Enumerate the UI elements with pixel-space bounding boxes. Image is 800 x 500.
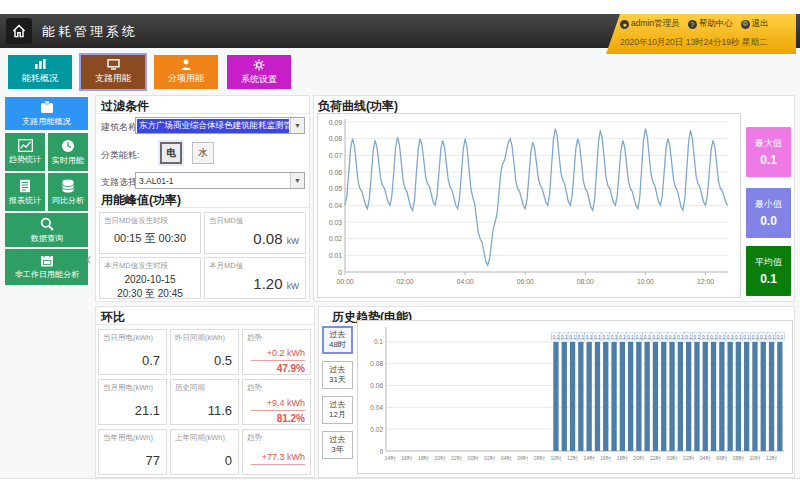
logout-link[interactable]: ⦾退出 — [741, 18, 769, 30]
person-icon — [180, 59, 192, 70]
sidebar-item-trend-stats[interactable]: 趋势统计 — [5, 133, 45, 171]
svg-text:0.1: 0.1 — [594, 335, 601, 340]
chart-grid-icon — [34, 59, 47, 70]
stat-card: 历史同期11.6 — [170, 379, 239, 425]
clipboard-icon — [39, 101, 55, 114]
sidebar-item-branch-overview[interactable]: 支路用能概况 — [5, 97, 88, 130]
svg-text:0.1: 0.1 — [644, 335, 651, 340]
range-button-3y[interactable]: 过去3年 — [322, 431, 353, 459]
user-area: ●admin管理员 ?帮助中心 ⦾退出 2020年10月20日 13时24分19… — [606, 14, 796, 54]
svg-text:0.1: 0.1 — [760, 335, 767, 340]
branch-select-value: 3.AL01-1 — [136, 175, 290, 187]
category-option-water[interactable]: 水 — [192, 142, 214, 164]
sidebar-collapse-handle[interactable]: ‹ — [86, 250, 91, 268]
dashboard-root: 能耗管理系统 ●admin管理员 ?帮助中心 ⦾退出 2020年10月20日 1… — [0, 14, 800, 479]
datetime-text: 2020年10月20日 13时24分19秒 星期二 — [620, 37, 790, 49]
svg-text:0.1: 0.1 — [374, 338, 383, 345]
range-button-48h[interactable]: 过去48时 — [322, 326, 353, 354]
sidebar-item-yoy-analysis[interactable]: 同比分析 — [48, 173, 88, 211]
svg-text:0.1: 0.1 — [660, 335, 667, 340]
trend-chart-icon — [18, 139, 33, 152]
md-card-today-value: 当日MD值 0.08 kW — [204, 212, 306, 254]
range-button-31d[interactable]: 过去31天 — [322, 361, 353, 389]
building-label: 建筑名称: — [101, 121, 140, 134]
svg-text:0.1: 0.1 — [652, 335, 659, 340]
svg-text:0.1: 0.1 — [619, 335, 626, 340]
svg-text:0.1: 0.1 — [553, 335, 560, 340]
svg-text:18时: 18时 — [418, 455, 430, 461]
svg-text:04时: 04时 — [501, 455, 513, 461]
svg-text:18时: 18时 — [617, 455, 629, 461]
svg-text:02时: 02时 — [683, 455, 695, 461]
svg-text:0.1: 0.1 — [561, 335, 568, 340]
top-bar: 能耗管理系统 ●admin管理员 ?帮助中心 ⦾退出 2020年10月20日 1… — [0, 14, 800, 48]
svg-text:0.08: 0.08 — [329, 135, 342, 142]
building-select[interactable]: 东方广场商业综合体绿色建筑能耗监测管理系统 ▼ — [135, 117, 305, 134]
tab-branch-energy[interactable]: 支路用能 — [81, 55, 145, 89]
history-bar-chart: 00.020.040.060.080.114时16时18时20时22时00时02… — [357, 320, 793, 474]
chevron-down-icon: ▼ — [290, 118, 304, 133]
svg-text:0.1: 0.1 — [752, 335, 759, 340]
svg-text:22时: 22时 — [451, 455, 463, 461]
svg-text:0.1: 0.1 — [777, 335, 784, 340]
sidebar-item-realtime-energy[interactable]: 实时用能 — [48, 133, 88, 171]
svg-text:04:00: 04:00 — [457, 278, 474, 285]
stat-card: 当月用电(kWh)21.1 — [98, 379, 167, 425]
svg-text:0.1: 0.1 — [602, 335, 609, 340]
svg-text:0.1: 0.1 — [710, 335, 717, 340]
svg-text:0.1: 0.1 — [636, 335, 643, 340]
branch-select[interactable]: 3.AL01-1 ▼ — [135, 172, 305, 189]
max-value-badge: 最大值0.1 — [746, 127, 791, 177]
svg-text:0.1: 0.1 — [727, 335, 734, 340]
power-icon: ⦾ — [741, 20, 750, 29]
home-button[interactable] — [6, 18, 32, 44]
svg-text:10时: 10时 — [550, 455, 562, 461]
range-button-12m[interactable]: 过去12月 — [322, 396, 353, 424]
svg-text:22时: 22时 — [650, 455, 662, 461]
svg-text:0.01: 0.01 — [329, 252, 342, 259]
svg-text:02:00: 02:00 — [397, 278, 414, 285]
svg-text:06时: 06时 — [517, 455, 529, 461]
stat-card: 当日用电(kWh)0.7 — [98, 329, 167, 375]
main-tabs: 能耗概况 支路用能 分项用能 系统设置 — [8, 55, 291, 89]
svg-text:0.02: 0.02 — [329, 235, 342, 242]
help-link[interactable]: ?帮助中心 — [688, 18, 733, 30]
avg-value-badge: 平均值0.1 — [746, 246, 791, 296]
database-icon — [61, 179, 75, 193]
stat-card: 昨日同期(kWh)0.5 — [170, 329, 239, 375]
svg-text:0.1: 0.1 — [569, 335, 576, 340]
monitor-icon — [107, 59, 120, 70]
trend-card: 趋势 +0.2 kWh 47.9% — [242, 329, 311, 375]
tab-category-energy[interactable]: 分项用能 — [154, 55, 218, 89]
category-label: 分类能耗: — [101, 149, 140, 162]
user-menu[interactable]: ●admin管理员 — [620, 18, 680, 30]
md-card-month-period: 本月MD值发生时段 2020-10-1520:30 至 20:45 — [99, 257, 201, 299]
trend-card: 趋势 +77.3 kWh — [242, 429, 311, 475]
svg-text:0.02: 0.02 — [370, 426, 383, 433]
sidebar-item-report-stats[interactable]: 报表统计 — [5, 173, 45, 211]
tab-energy-overview[interactable]: 能耗概况 — [8, 55, 72, 89]
svg-text:0.04: 0.04 — [370, 404, 383, 411]
min-value-badge: 最小值0.0 — [746, 188, 791, 238]
svg-text:0.1: 0.1 — [669, 335, 676, 340]
svg-text:0.09: 0.09 — [329, 119, 342, 126]
svg-text:00时: 00时 — [666, 455, 678, 461]
branch-label: 支路选择: — [101, 176, 140, 189]
svg-text:12时: 12时 — [766, 455, 778, 461]
sidebar-item-data-query[interactable]: 数据查询 — [5, 213, 88, 247]
category-option-electric[interactable]: 电 — [160, 142, 182, 164]
user-icon: ● — [620, 20, 629, 29]
svg-text:0.1: 0.1 — [578, 335, 585, 340]
tab-system-settings[interactable]: 系统设置 — [227, 55, 291, 89]
svg-text:0.07: 0.07 — [329, 152, 342, 159]
svg-text:0.1: 0.1 — [611, 335, 618, 340]
svg-text:02时: 02时 — [484, 455, 496, 461]
stat-card: 当年用电(kWh)77 — [98, 429, 167, 475]
svg-text:06时: 06时 — [716, 455, 728, 461]
search-icon — [40, 217, 54, 231]
building-select-value: 东方广场商业综合体绿色建筑能耗监测管理系统 — [137, 119, 289, 133]
svg-text:0.06: 0.06 — [370, 382, 383, 389]
svg-text:0.08: 0.08 — [370, 360, 383, 367]
sidebar-item-nonworkday-analysis[interactable]: 非工作日用能分析 — [5, 249, 88, 285]
svg-text:14时: 14时 — [385, 455, 397, 461]
